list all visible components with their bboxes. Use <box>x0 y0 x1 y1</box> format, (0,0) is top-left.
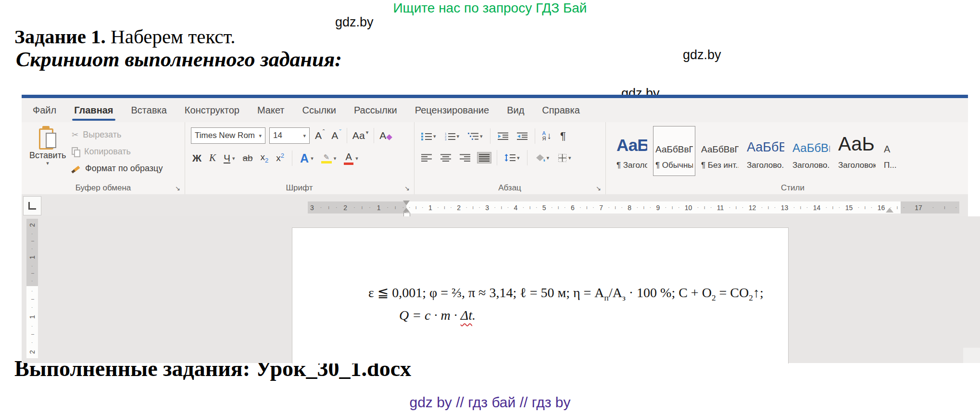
ruler-token: ı <box>395 205 396 210</box>
formula-segment: 2 <box>749 293 753 302</box>
change-case-button[interactable]: Аа ▾ <box>351 129 370 141</box>
tab-stop-selector[interactable] <box>23 196 41 215</box>
gdzby-watermark: gdz.by <box>683 48 721 63</box>
copy-button[interactable]: Копировать <box>72 146 163 158</box>
tab-design[interactable]: Конструктор <box>185 98 239 122</box>
tab-file[interactable]: Файл <box>33 98 56 122</box>
line-spacing-button[interactable]: ▾ <box>503 152 521 163</box>
formula-segment: /A <box>609 285 622 300</box>
cut-button[interactable]: ✂ Вырезать <box>72 129 163 141</box>
line-spacing-icon <box>504 154 515 162</box>
ruler-token: ı <box>415 205 417 210</box>
ruler-token: 15 <box>845 204 853 212</box>
bullets-button[interactable]: ▾ <box>420 131 438 142</box>
font-color-button[interactable]: А ▾ <box>344 152 358 165</box>
style-sample: АаБбВв <box>747 130 784 155</box>
align-left-button[interactable] <box>420 152 433 163</box>
scrollbar-corner[interactable] <box>963 348 980 363</box>
style-card[interactable]: АаБбВвГг, ¶ Без инт... <box>699 126 741 176</box>
tab-mailings[interactable]: Рассылки <box>354 98 397 122</box>
chevron-down-icon: ▾ <box>547 155 550 161</box>
sort-button[interactable]: А Я ↓ <box>541 129 553 143</box>
font-family-combobox[interactable]: Times New Rom ▾ <box>191 127 265 144</box>
ruler-token: · <box>551 205 553 210</box>
italic-button[interactable]: К <box>209 152 216 164</box>
font-dialog-launcher-icon[interactable]: ↘ <box>404 185 410 191</box>
chevron-down-icon: ▾ <box>366 130 369 135</box>
ruler-token: · <box>30 280 35 282</box>
hanging-indent-marker[interactable] <box>403 208 410 212</box>
style-card[interactable]: АаБб ¶ Заголов... <box>614 126 650 176</box>
bold-button[interactable]: Ж <box>192 152 201 164</box>
tab-review[interactable]: Рецензирование <box>415 98 489 122</box>
borders-button[interactable]: ▾ <box>556 152 573 164</box>
ruler-token: ı <box>865 205 866 210</box>
task-heading-number: Задание 1. <box>14 25 106 48</box>
strikethrough-button[interactable]: ab <box>242 153 252 164</box>
right-indent-marker[interactable] <box>886 208 893 213</box>
subscript-button[interactable]: x2 <box>261 152 269 164</box>
ruler-token: ı <box>501 205 502 210</box>
ruler-token: · <box>353 205 355 210</box>
ruler-token: · <box>871 205 872 210</box>
ruler-token: 10 <box>685 204 692 212</box>
tab-home[interactable]: Главная <box>74 98 113 122</box>
style-sample: АаБбВвГг, <box>655 130 693 155</box>
show-marks-button[interactable]: ¶ <box>559 128 567 144</box>
tab-insert[interactable]: Вставка <box>131 98 167 122</box>
ruler-token: 3 <box>310 204 314 212</box>
tab-view[interactable]: Вид <box>507 98 524 122</box>
highlight-button[interactable]: ✎ ▾ <box>321 153 337 163</box>
ruler-token: · <box>523 205 524 210</box>
document-page[interactable]: ε ≦ 0,001; φ = ⅔, π ≈ 3,14; ℓ = 50 м; η … <box>292 227 789 364</box>
tab-references[interactable]: Ссылки <box>302 98 336 122</box>
clear-formatting-button[interactable]: А <box>378 129 393 141</box>
ruler-token: ı <box>30 240 35 242</box>
tab-layout[interactable]: Макет <box>257 98 285 122</box>
grow-font-button[interactable]: А ˆ <box>314 129 326 141</box>
chevron-down-icon: ▾ <box>355 156 358 161</box>
justify-button[interactable] <box>477 152 491 163</box>
style-card-selected[interactable]: АаБбВвГг, ¶ Обычный <box>653 126 695 176</box>
ruler-token: 3 <box>485 204 489 212</box>
ruler-token: · <box>592 205 594 210</box>
ruler-token: · <box>536 205 537 210</box>
formula-segment: . <box>472 308 476 323</box>
change-case-letters: Аа <box>352 130 365 141</box>
ruler-token: · <box>450 205 452 210</box>
style-label: Заголово... <box>792 161 830 170</box>
clipboard-dialog-launcher-icon[interactable]: ↘ <box>175 185 180 191</box>
subscript-mark: 2 <box>265 157 268 164</box>
align-center-button[interactable] <box>439 152 452 163</box>
ruler-token: · <box>479 205 480 210</box>
text-effects-button[interactable]: А ▾ <box>300 151 314 165</box>
style-card[interactable]: АаЬ Заголовок <box>836 126 878 176</box>
style-card[interactable]: АаБбВв Заголово... <box>744 126 787 176</box>
style-card[interactable]: АаБбВвГ Заголово... <box>790 126 832 176</box>
font-size-combobox[interactable]: 14 ▾ <box>269 127 310 144</box>
underline-button[interactable]: Ч ▾ <box>224 152 235 164</box>
shrink-font-letter: А <box>331 130 338 141</box>
formula-segment: п <box>604 293 609 302</box>
multilevel-list-button[interactable]: ▾ <box>466 131 484 142</box>
align-right-button[interactable] <box>458 152 472 163</box>
shrink-font-button[interactable]: А ˇ <box>330 129 342 141</box>
paragraph-dialog-launcher-icon[interactable]: ↘ <box>596 185 601 191</box>
superscript-button[interactable]: x2 <box>276 152 284 164</box>
first-line-indent-marker[interactable] <box>403 201 410 205</box>
paste-button[interactable]: Вставить ▾ <box>29 127 66 166</box>
align-center-icon <box>440 154 451 162</box>
style-card[interactable]: А П... <box>881 126 906 176</box>
numbering-button[interactable]: 1 2 3 ▾ <box>443 131 461 142</box>
ruler-token: ı <box>586 205 588 210</box>
chevron-down-icon: ▾ <box>433 134 436 139</box>
tab-help[interactable]: Справка <box>542 98 579 122</box>
shading-button[interactable]: ▾ <box>533 152 551 163</box>
decrease-indent-button[interactable] <box>496 131 510 141</box>
increase-indent-button[interactable] <box>515 131 529 141</box>
ribbon-tab-bar: Файл Главная Вставка Конструктор Макет С… <box>22 98 980 122</box>
ruler-token: · <box>637 205 638 210</box>
ruler-token: · <box>422 205 423 210</box>
chevron-down-icon: ▾ <box>517 155 520 161</box>
format-painter-button[interactable]: Формат по образцу <box>72 163 163 175</box>
